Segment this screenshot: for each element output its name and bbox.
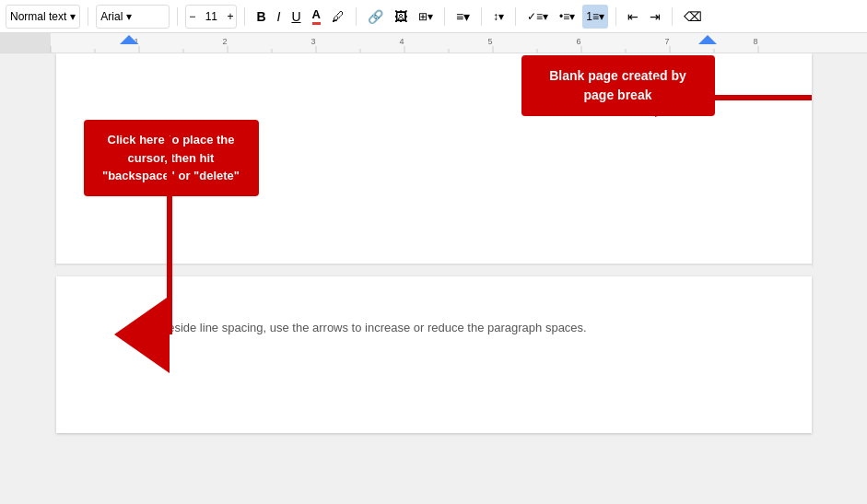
insert-icon: ⊞▾ <box>418 10 433 23</box>
sep6 <box>481 7 482 26</box>
decrease-indent-button[interactable]: ⇤ <box>624 5 642 29</box>
callout-right: Blank page created by page break <box>521 55 715 116</box>
callout-right-text: Blank page created by page break <box>549 68 686 102</box>
align-icon: ≡▾ <box>456 9 470 24</box>
text-color-icon: A <box>312 7 321 25</box>
image-button[interactable]: 🖼 <box>391 5 411 29</box>
sep4 <box>356 7 357 26</box>
clear-formatting-icon: ⌫ <box>684 9 702 24</box>
style-selector[interactable]: Normal text ▾ <box>6 5 80 29</box>
line-spacing-button[interactable]: ↕▾ <box>489 5 508 29</box>
sep8 <box>615 7 616 26</box>
text-color-button[interactable]: A <box>309 5 324 29</box>
underline-button[interactable]: U <box>287 5 304 29</box>
svg-rect-0 <box>0 33 51 53</box>
insert-button[interactable]: ⊞▾ <box>415 5 437 29</box>
down-arrow-svg <box>142 136 197 348</box>
svg-rect-1 <box>51 33 788 53</box>
font-selector[interactable]: Arial ▾ <box>96 5 170 29</box>
clear-formatting-button[interactable]: ⌫ <box>680 5 706 29</box>
page-break-gap <box>56 265 812 276</box>
image-icon: 🖼 <box>394 9 407 24</box>
link-icon: 🔗 <box>368 9 383 24</box>
font-dropdown-icon[interactable]: ▾ <box>126 10 132 23</box>
link-button[interactable]: 🔗 <box>364 5 387 29</box>
svg-text:3: 3 <box>310 37 315 46</box>
svg-text:5: 5 <box>487 37 492 46</box>
sep5 <box>444 7 445 26</box>
decrease-font-button[interactable]: − <box>186 6 198 28</box>
svg-text:2: 2 <box>222 37 227 46</box>
sep3 <box>244 7 245 26</box>
sep2 <box>177 7 178 26</box>
bold-button[interactable]: B <box>252 5 269 29</box>
align-button[interactable]: ≡▾ <box>452 5 474 29</box>
arrow-right-container <box>701 79 812 120</box>
checklist-icon: ✓≡▾ <box>527 10 548 23</box>
increase-font-button[interactable]: + <box>224 6 236 28</box>
sep9 <box>672 7 673 26</box>
right-arrow-svg <box>701 79 812 116</box>
numbered-list-icon: 1≡▾ <box>586 10 604 23</box>
svg-text:7: 7 <box>664 37 669 46</box>
font-size-control: − + <box>185 5 237 29</box>
highlight-icon: 🖊 <box>332 9 345 24</box>
sep1 <box>88 7 88 26</box>
style-dropdown-icon[interactable]: ▾ <box>70 10 76 23</box>
toolbar: Normal text ▾ Arial ▾ − + B I U A 🖊 🔗 🖼 … <box>0 0 867 33</box>
checklist-button[interactable]: ✓≡▾ <box>523 5 552 29</box>
bullet-list-icon: •≡▾ <box>559 10 575 23</box>
font-label: Arial <box>100 10 123 23</box>
italic-button[interactable]: I <box>274 5 285 29</box>
content-area: Blank page created by page break Click h… <box>0 53 867 504</box>
pages-container: Blank page created by page break Click h… <box>56 53 812 504</box>
bullet-list-button[interactable]: •≡▾ <box>556 5 579 29</box>
sep7 <box>515 7 516 26</box>
svg-text:8: 8 <box>753 37 757 46</box>
line-spacing-icon: ↕▾ <box>493 10 504 23</box>
svg-text:6: 6 <box>576 37 580 46</box>
arrow-down-container <box>142 136 197 352</box>
increase-indent-icon: ⇥ <box>650 9 661 24</box>
ruler-svg: 1 2 3 4 5 6 7 8 <box>0 33 867 53</box>
svg-text:4: 4 <box>399 37 404 46</box>
list-item: 4. Beside line spacing, use the arrows t… <box>135 321 587 334</box>
numbered-list-button[interactable]: 1≡▾ <box>582 5 608 29</box>
increase-indent-button[interactable]: ⇥ <box>646 5 664 29</box>
highlight-button[interactable]: 🖊 <box>328 5 348 29</box>
list-text: Beside line spacing, use the arrows to i… <box>160 321 587 334</box>
font-size-input[interactable] <box>198 10 224 23</box>
decrease-indent-icon: ⇤ <box>627 9 639 24</box>
ruler: 1 2 3 4 5 6 7 8 <box>0 33 867 53</box>
style-label: Normal text <box>10 10 66 23</box>
